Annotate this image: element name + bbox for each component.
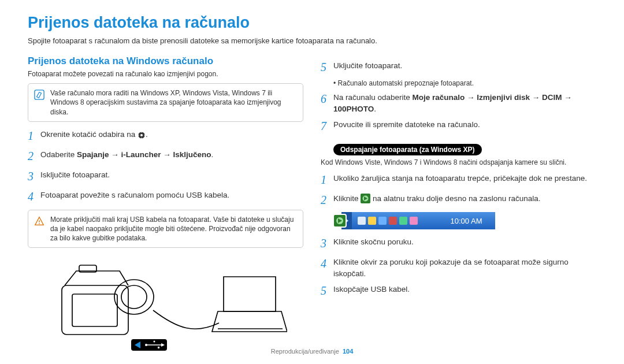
svg-rect-34	[410, 217, 418, 225]
svg-rect-0	[35, 90, 44, 99]
gear-icon	[138, 131, 146, 143]
b-step-1-text: Ukoliko žaruljica stanja na fotoaparatu …	[333, 172, 596, 184]
svg-point-12	[121, 285, 147, 309]
page-title: Prijenos datoteka na računalo	[28, 14, 596, 32]
step-number: 3	[28, 168, 40, 185]
step-3-text: Isključite fotoaparat.	[40, 168, 303, 181]
b-step-5-text: Iskopčajte USB kabel.	[333, 283, 596, 295]
step-number: 2	[28, 148, 40, 165]
page-footer: Reprodukcija/uređivanje 104	[0, 348, 624, 355]
step-number: 1	[321, 172, 333, 188]
step-number: 1	[28, 128, 40, 144]
right-column: 5 Uključite fotoaparat. Računalo automat…	[321, 55, 596, 352]
svg-point-11	[114, 280, 154, 314]
step-number: 6	[321, 91, 333, 107]
disconnect-badge: Odspajanje fotoaparata (za Windows XP)	[333, 144, 482, 155]
eject-tray-icon	[361, 194, 370, 207]
taskbar-illustration: 10:00 AM	[333, 212, 596, 232]
step-4-text: Fotoaparat povežite s računalom pomoću U…	[40, 188, 303, 201]
step-5-sub: Računalo automatski prepoznaje fotoapara…	[333, 79, 596, 87]
warning-note: Morate priključiti mali kraj USB kabela …	[28, 210, 303, 248]
svg-point-8	[39, 223, 40, 224]
left-column: Prijenos datoteka na Windows računalo Fo…	[28, 55, 303, 352]
taskbar-time: 10:00 AM	[451, 217, 482, 225]
step-number: 4	[28, 188, 40, 205]
svg-rect-33	[399, 217, 407, 225]
step-6-text: Na računalu odaberite Moje računalo → Iz…	[333, 91, 596, 114]
svg-rect-31	[378, 217, 387, 225]
step-2-text: Odaberite Spajanje → i-Launcher → Isklju…	[40, 148, 303, 161]
section-title: Prijenos datoteka na Windows računalo	[28, 55, 303, 67]
info-note-text: Vaše računalo mora raditi na Windows XP,…	[50, 88, 297, 117]
step-number: 2	[321, 192, 333, 209]
info-note: Vaše računalo mora raditi na Windows XP,…	[28, 83, 303, 122]
step-number: 5	[321, 283, 333, 299]
note-icon	[34, 90, 44, 100]
usb-connection-diagram	[28, 254, 303, 352]
svg-rect-30	[368, 217, 376, 225]
svg-point-19	[153, 341, 155, 343]
step-number: 5	[321, 59, 333, 76]
step-number: 3	[321, 235, 333, 252]
svg-rect-29	[358, 217, 366, 225]
step-1-text: Okrenite kotačić odabira na .	[40, 128, 303, 143]
svg-point-2	[140, 134, 143, 136]
step-number: 7	[321, 118, 333, 135]
section-subtitle: Fotoaparat možete povezati na računalo k…	[28, 69, 303, 79]
b-step-3-text: Kliknite skočnu poruku.	[333, 235, 596, 248]
svg-rect-10	[72, 294, 117, 326]
badge-subtitle: Kod Windows Viste, Windows 7 i Windows 8…	[321, 158, 596, 167]
step-7-text: Povucite ili spremite datoteke na računa…	[333, 118, 596, 131]
warning-note-text: Morate priključiti mali kraj USB kabela …	[50, 215, 297, 243]
intro-text: Spojite fotoaparat s računalom da biste …	[28, 36, 596, 45]
step-number: 4	[321, 255, 333, 272]
svg-rect-32	[389, 217, 397, 225]
step-5-text: Uključite fotoaparat.	[333, 59, 596, 72]
b-step-4-text: Kliknite okvir za poruku koji pokazuje d…	[333, 255, 596, 279]
b-step-2-text: Kliknite na alatnu traku dolje desno na …	[333, 192, 596, 207]
warning-icon	[34, 216, 44, 226]
